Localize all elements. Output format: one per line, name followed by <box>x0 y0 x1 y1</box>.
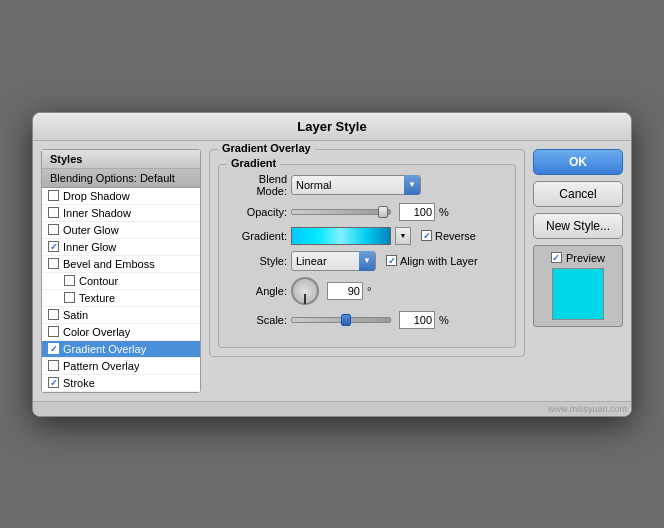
color-overlay-label: Color Overlay <box>63 326 130 338</box>
contour-checkbox[interactable] <box>64 275 75 286</box>
sidebar-item-color-overlay[interactable]: Color Overlay <box>42 324 200 341</box>
preview-area: Preview <box>533 245 623 327</box>
gradient-overlay-group-label: Gradient Overlay <box>218 142 315 154</box>
angle-row: Angle: ° <box>227 277 507 305</box>
right-panel: OK Cancel New Style... Preview <box>533 149 623 393</box>
color-overlay-checkbox[interactable] <box>48 326 59 337</box>
styles-header: Styles <box>42 150 200 169</box>
gradient-overlay-checkbox[interactable] <box>48 343 59 354</box>
gradient-row: Gradient: ▼ Reverse <box>227 227 507 245</box>
inner-shadow-label: Inner Shadow <box>63 207 131 219</box>
center-panel: Gradient Overlay Gradient Blend Mode: No… <box>209 149 525 393</box>
satin-checkbox[interactable] <box>48 309 59 320</box>
reverse-checkbox[interactable] <box>421 230 432 241</box>
align-label: Align with Layer <box>400 255 478 267</box>
new-style-button[interactable]: New Style... <box>533 213 623 239</box>
angle-dial[interactable] <box>291 277 319 305</box>
sidebar-item-gradient-overlay[interactable]: Gradient Overlay <box>42 341 200 358</box>
pattern-overlay-label: Pattern Overlay <box>63 360 139 372</box>
sidebar-item-contour[interactable]: Contour <box>42 273 200 290</box>
gradient-inner-label: Gradient <box>227 157 280 169</box>
contour-label: Contour <box>79 275 118 287</box>
sidebar-item-inner-shadow[interactable]: Inner Shadow <box>42 205 200 222</box>
style-row: Style: Linear ▼ Align with Layer <box>227 251 507 271</box>
gradient-swatch-arrow[interactable]: ▼ <box>395 227 411 245</box>
inner-glow-label: Inner Glow <box>63 241 116 253</box>
stroke-label: Stroke <box>63 377 95 389</box>
ok-button[interactable]: OK <box>533 149 623 175</box>
scale-thumb[interactable] <box>341 314 351 326</box>
dialog-footer: www.missyuan.com <box>33 401 631 416</box>
preview-label: Preview <box>566 252 605 264</box>
outer-glow-checkbox[interactable] <box>48 224 59 235</box>
reverse-row: Reverse <box>421 230 476 242</box>
scale-label: Scale: <box>227 314 287 326</box>
gradient-label: Gradient: <box>227 230 287 242</box>
sidebar-item-drop-shadow[interactable]: Drop Shadow <box>42 188 200 205</box>
angle-input[interactable] <box>327 282 363 300</box>
dialog-title: Layer Style <box>33 113 631 141</box>
blend-mode-label: Blend Mode: <box>227 173 287 197</box>
stroke-checkbox[interactable] <box>48 377 59 388</box>
scale-row: Scale: % <box>227 311 507 329</box>
opacity-row: Opacity: % <box>227 203 507 221</box>
opacity-unit: % <box>439 206 451 218</box>
align-row: Align with Layer <box>386 255 478 267</box>
drop-shadow-checkbox[interactable] <box>48 190 59 201</box>
cancel-button[interactable]: Cancel <box>533 181 623 207</box>
blend-mode-row: Blend Mode: Normal ▼ <box>227 173 507 197</box>
align-checkbox[interactable] <box>386 255 397 266</box>
scale-unit: % <box>439 314 451 326</box>
scale-input[interactable] <box>399 311 435 329</box>
sidebar-item-inner-glow[interactable]: Inner Glow <box>42 239 200 256</box>
opacity-slider[interactable] <box>291 209 391 215</box>
bevel-emboss-checkbox[interactable] <box>48 258 59 269</box>
pattern-overlay-checkbox[interactable] <box>48 360 59 371</box>
gradient-inner-group: Gradient Blend Mode: Normal ▼ Opacity: <box>218 164 516 348</box>
satin-label: Satin <box>63 309 88 321</box>
gradient-overlay-label: Gradient Overlay <box>63 343 146 355</box>
blending-options[interactable]: Blending Options: Default <box>42 169 200 188</box>
angle-unit: ° <box>367 285 379 297</box>
opacity-input[interactable] <box>399 203 435 221</box>
sidebar-item-texture[interactable]: Texture <box>42 290 200 307</box>
gradient-overlay-group: Gradient Overlay Gradient Blend Mode: No… <box>209 149 525 357</box>
blend-mode-arrow[interactable]: ▼ <box>404 175 420 195</box>
left-panel: Styles Blending Options: Default Drop Sh… <box>41 149 201 393</box>
bevel-emboss-label: Bevel and Emboss <box>63 258 155 270</box>
style-arrow[interactable]: ▼ <box>359 251 375 271</box>
reverse-label: Reverse <box>435 230 476 242</box>
style-value: Linear <box>296 255 327 267</box>
preview-label-row: Preview <box>551 252 605 264</box>
sidebar-item-stroke[interactable]: Stroke <box>42 375 200 392</box>
sidebar-item-satin[interactable]: Satin <box>42 307 200 324</box>
opacity-thumb[interactable] <box>378 206 388 218</box>
watermark: www.missyuan.com <box>33 402 631 416</box>
gradient-swatch[interactable] <box>291 227 391 245</box>
texture-checkbox[interactable] <box>64 292 75 303</box>
style-label: Style: <box>227 255 287 267</box>
angle-label: Angle: <box>227 285 287 297</box>
style-select[interactable]: Linear ▼ <box>291 251 376 271</box>
preview-swatch <box>552 268 604 320</box>
texture-label: Texture <box>79 292 115 304</box>
layer-style-dialog: Layer Style Styles Blending Options: Def… <box>32 112 632 417</box>
opacity-label: Opacity: <box>227 206 287 218</box>
inner-shadow-checkbox[interactable] <box>48 207 59 218</box>
preview-checkbox[interactable] <box>551 252 562 263</box>
inner-glow-checkbox[interactable] <box>48 241 59 252</box>
outer-glow-label: Outer Glow <box>63 224 119 236</box>
sidebar-item-bevel-emboss[interactable]: Bevel and Emboss <box>42 256 200 273</box>
blend-mode-value: Normal <box>296 179 331 191</box>
sidebar-item-pattern-overlay[interactable]: Pattern Overlay <box>42 358 200 375</box>
sidebar-item-outer-glow[interactable]: Outer Glow <box>42 222 200 239</box>
blend-mode-select[interactable]: Normal ▼ <box>291 175 421 195</box>
scale-slider[interactable] <box>291 317 391 323</box>
drop-shadow-label: Drop Shadow <box>63 190 130 202</box>
